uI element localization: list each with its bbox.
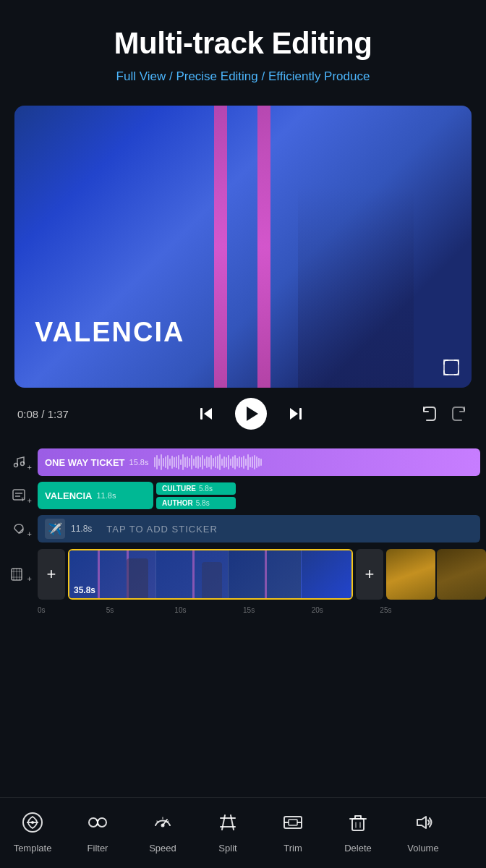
music-track-content: ONE WAY TICKET 15.8s xyxy=(38,448,486,476)
speed-label: Speed xyxy=(149,843,176,854)
text-track-row: T + VALENCIA 11.8s CULTURE 5.8s xyxy=(0,479,486,512)
video-preview: VALENCIA xyxy=(14,106,472,388)
toolbar-item-speed[interactable]: Speed xyxy=(130,807,195,854)
trim-icon xyxy=(277,807,309,838)
svg-rect-1 xyxy=(200,408,202,420)
text-add-icon[interactable]: + xyxy=(27,496,32,505)
timeline-ruler: 0s 5s 10s 15s 20s 25s xyxy=(0,603,486,617)
svg-point-5 xyxy=(14,464,18,467)
redo-button[interactable] xyxy=(450,404,469,423)
sticker-track-icon[interactable]: + xyxy=(0,522,38,536)
filter-label: Filter xyxy=(88,843,108,854)
sticker-track-content: ✈️ 11.8s TAP TO ADD STICKER xyxy=(38,515,486,542)
text-sub-bar-1[interactable]: CULTURE 5.8s xyxy=(156,482,236,495)
video-add-icon[interactable]: + xyxy=(27,574,32,583)
extra-clip-2[interactable] xyxy=(437,549,486,600)
video-add-left-button[interactable]: + xyxy=(38,549,65,600)
timeline: + ONE WAY TICKET 15.8s xyxy=(0,440,486,623)
volume-icon xyxy=(407,807,439,838)
video-track-row: + + xyxy=(0,545,486,603)
text-sub-label-2: AUTHOR xyxy=(162,499,193,507)
filter-icon xyxy=(82,807,114,838)
playback-center-controls xyxy=(82,398,419,430)
text-sub-bar-2[interactable]: AUTHOR 5.8s xyxy=(156,497,236,509)
undo-button[interactable] xyxy=(419,404,438,423)
svg-marker-41 xyxy=(417,817,426,828)
bottom-toolbar: Template Filter Speed xyxy=(0,797,486,868)
music-track-bar[interactable]: ONE WAY TICKET 15.8s xyxy=(38,448,480,476)
fullscreen-button[interactable] xyxy=(440,356,463,379)
person-silhouette xyxy=(298,185,414,388)
text-sub-duration-2: 5.8s xyxy=(196,499,210,507)
svg-rect-34 xyxy=(352,819,364,830)
video-frame-3 xyxy=(228,550,300,598)
delete-label: Delete xyxy=(344,843,372,854)
sticker-add-label: TAP TO ADD STICKER xyxy=(106,524,218,535)
svg-point-22 xyxy=(161,824,165,827)
sticker-track-row: + ✈️ 11.8s TAP TO ADD STICKER xyxy=(0,512,486,545)
playback-controls: 0:08 / 1:37 xyxy=(0,388,486,440)
music-track-label: ONE WAY TICKET xyxy=(45,457,125,468)
svg-text:T: T xyxy=(21,496,25,503)
ruler-mark-10: 10s xyxy=(174,606,243,614)
template-icon xyxy=(17,807,48,838)
sticker-track-bar[interactable]: ✈️ 11.8s TAP TO ADD STICKER xyxy=(38,515,480,542)
extra-clip-1[interactable] xyxy=(386,549,435,600)
template-label: Template xyxy=(14,843,52,854)
video-clip-strip[interactable]: 35.8s xyxy=(68,549,353,600)
text-track-bar[interactable]: VALENCIA 11.8s xyxy=(38,482,153,509)
page-subtitle: Full View / Precise Editing / Efficientl… xyxy=(14,69,472,84)
toolbar-item-volume[interactable]: Volume xyxy=(391,807,456,854)
ruler-mark-20: 20s xyxy=(312,606,380,614)
svg-point-6 xyxy=(21,462,25,466)
volume-label: Volume xyxy=(407,843,438,854)
svg-marker-2 xyxy=(204,408,212,420)
video-title-overlay: VALENCIA xyxy=(35,317,184,348)
sticker-add-icon[interactable]: + xyxy=(27,529,32,538)
ruler-mark-25: 25s xyxy=(380,606,448,614)
ruler-mark-15: 15s xyxy=(243,606,312,614)
toolbar-item-delete[interactable]: Delete xyxy=(325,807,391,854)
text-track-content: VALENCIA 11.8s CULTURE 5.8s AUTHOR 5.8s xyxy=(38,482,486,509)
toolbar-item-trim[interactable]: Trim xyxy=(260,807,325,854)
video-frame-4 xyxy=(301,550,351,598)
svg-point-18 xyxy=(31,821,34,824)
speed-icon xyxy=(147,807,179,838)
text-track-icon[interactable]: T + xyxy=(0,488,38,503)
split-label: Split xyxy=(218,843,236,854)
ruler-mark-0: 0s xyxy=(38,606,106,614)
video-duration-label: 35.8s xyxy=(74,585,95,595)
text-sub-duration-1: 5.8s xyxy=(199,485,213,493)
time-display: 0:08 / 1:37 xyxy=(17,408,82,420)
undo-redo-controls xyxy=(419,404,469,423)
skip-forward-button[interactable] xyxy=(287,405,304,422)
text-track-label: VALENCIA xyxy=(45,490,92,501)
timeline-tracks: + ONE WAY TICKET 15.8s xyxy=(0,440,486,623)
text-sub-label-1: CULTURE xyxy=(162,485,196,493)
play-button[interactable] xyxy=(235,398,267,430)
video-track-icon[interactable]: + xyxy=(0,568,38,581)
text-sub-tracks: CULTURE 5.8s AUTHOR 5.8s xyxy=(156,482,236,509)
video-extra-clips xyxy=(386,549,486,600)
toolbar-item-template[interactable]: Template xyxy=(0,807,65,854)
video-track-content: + xyxy=(38,548,486,600)
skip-back-button[interactable] xyxy=(197,405,215,422)
page-title: Multi-track Editing xyxy=(14,26,472,61)
svg-rect-33 xyxy=(289,820,297,825)
music-add-icon[interactable]: + xyxy=(27,463,32,472)
waveform xyxy=(154,454,473,471)
music-track-row: + ONE WAY TICKET 15.8s xyxy=(0,446,486,479)
trim-label: Trim xyxy=(284,843,302,854)
music-track-icon[interactable]: + xyxy=(0,455,38,469)
sticker-duration: 11.8s xyxy=(71,524,92,534)
ruler-mark-5: 5s xyxy=(106,606,175,614)
sticker-icon: ✈️ xyxy=(45,519,65,539)
svg-rect-0 xyxy=(444,360,459,375)
svg-marker-4 xyxy=(290,408,298,420)
split-icon xyxy=(212,807,244,838)
header: Multi-track Editing Full View / Precise … xyxy=(0,0,486,98)
text-track-container: VALENCIA 11.8s CULTURE 5.8s AUTHOR 5.8s xyxy=(38,482,486,509)
video-add-right-button[interactable]: + xyxy=(356,549,383,600)
toolbar-item-split[interactable]: Split xyxy=(195,807,260,854)
toolbar-item-filter[interactable]: Filter xyxy=(65,807,130,854)
